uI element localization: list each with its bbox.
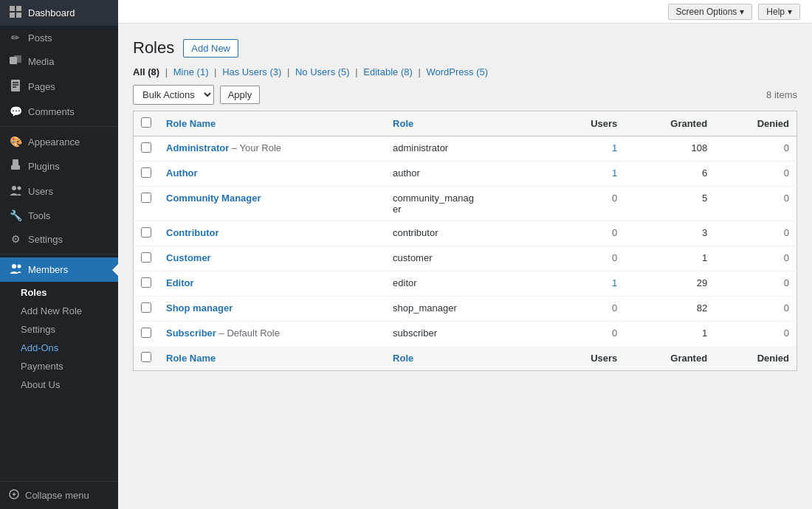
submenu-add-ons[interactable]: Add-Ons <box>0 339 118 357</box>
sidebar-item-pages[interactable]: Pages <box>0 74 118 100</box>
select-all-checkbox-footer[interactable] <box>141 352 151 362</box>
cell-role-name-shop_manager: Shop manager <box>159 297 385 322</box>
cell-users-editor: 1 <box>552 271 625 297</box>
role-name-suffix-subscriber: – Default Role <box>216 328 280 339</box>
cell-granted-subscriber: 1 <box>625 322 715 347</box>
cell-users-community_manager: 0 <box>552 187 625 221</box>
submenu-settings[interactable]: Settings <box>0 320 118 339</box>
posts-icon: ✏ <box>9 32 22 44</box>
cell-role-slug-contributor: contributor <box>385 221 552 246</box>
table-row: Shop managershop_manager0820 <box>134 297 797 322</box>
help-button[interactable]: Help ▾ <box>758 4 800 20</box>
sidebar-item-comments[interactable]: 💬 Comments <box>0 100 118 123</box>
role-name-link-customer[interactable]: Customer <box>166 252 211 263</box>
filter-mine[interactable]: Mine (1) <box>173 66 211 77</box>
cell-role-slug-editor: editor <box>385 271 552 297</box>
svg-point-15 <box>18 187 21 190</box>
filter-editable[interactable]: Editable (8) <box>363 66 415 77</box>
table-header-row: Role Name Role Users Granted Denied <box>134 111 797 136</box>
add-new-button[interactable]: Add New <box>183 39 238 58</box>
submenu-about-us[interactable]: About Us <box>0 375 118 394</box>
apply-button[interactable]: Apply <box>220 86 261 104</box>
row-checkbox-community_manager[interactable] <box>141 193 151 203</box>
role-name-link-shop_manager[interactable]: Shop manager <box>166 302 233 314</box>
topbar: Screen Options ▾ Help ▾ <box>118 0 812 24</box>
collapse-menu-button[interactable]: Collapse menu <box>0 481 118 509</box>
cell-role-name-contributor: Contributor <box>159 221 385 246</box>
sidebar-item-plugins[interactable]: Plugins <box>0 153 118 179</box>
cell-role-slug-community_manager: community_manager <box>385 187 552 221</box>
submenu-add-new-role[interactable]: Add New Role <box>0 302 118 320</box>
footer-users: Users <box>552 346 625 371</box>
bulk-actions-select[interactable]: Bulk Actions <box>133 85 214 105</box>
header-checkbox-col <box>134 111 159 136</box>
row-checkbox-contributor[interactable] <box>141 227 151 238</box>
sidebar-item-media[interactable]: Media <box>0 49 118 74</box>
users-link-administrator[interactable]: 1 <box>612 142 617 153</box>
row-checkbox-administrator[interactable] <box>141 142 151 153</box>
users-link-author[interactable]: 1 <box>612 167 617 179</box>
sidebar-item-posts[interactable]: ✏ Posts <box>0 26 118 49</box>
screen-options-button[interactable]: Screen Options ▾ <box>668 4 753 20</box>
role-name-link-administrator[interactable]: Administrator <box>166 142 229 153</box>
cell-role-name-administrator: Administrator – Your Role <box>159 136 385 162</box>
header-role[interactable]: Role <box>385 111 552 136</box>
cell-denied-customer: 0 <box>715 246 796 271</box>
footer-role-name[interactable]: Role Name <box>159 346 385 371</box>
role-name-link-author[interactable]: Author <box>166 167 198 179</box>
role-name-link-community_manager[interactable]: Community Manager <box>166 193 261 204</box>
sidebar-item-members[interactable]: Members <box>0 257 118 282</box>
filter-wordpress[interactable]: WordPress (5) <box>426 66 488 77</box>
row-checkbox-customer[interactable] <box>141 252 151 263</box>
tools-icon: 🔧 <box>9 210 22 221</box>
cell-denied-contributor: 0 <box>715 221 796 246</box>
row-checkbox-editor[interactable] <box>141 277 151 288</box>
users-link-editor[interactable]: 1 <box>612 277 617 288</box>
svg-rect-5 <box>14 55 21 63</box>
dashboard-icon <box>9 6 22 20</box>
sidebar-item-settings[interactable]: ⚙ Settings <box>0 227 118 251</box>
cell-denied-author: 0 <box>715 162 796 187</box>
role-name-link-contributor[interactable]: Contributor <box>166 227 219 238</box>
select-all-checkbox[interactable] <box>141 117 151 128</box>
cell-granted-contributor: 3 <box>625 221 715 246</box>
members-submenu: Roles Add New Role Settings Add-Ons Paym… <box>0 282 118 398</box>
footer-role[interactable]: Role <box>385 346 552 371</box>
appearance-icon: 🎨 <box>9 136 22 148</box>
svg-rect-3 <box>16 13 21 18</box>
users-icon <box>9 185 22 198</box>
role-name-link-subscriber[interactable]: Subscriber <box>166 328 216 339</box>
submenu-roles[interactable]: Roles <box>0 283 118 302</box>
header-role-name[interactable]: Role Name <box>159 111 385 136</box>
footer-granted: Granted <box>625 346 715 371</box>
sidebar-item-users[interactable]: Users <box>0 179 118 204</box>
svg-rect-1 <box>16 6 21 11</box>
row-checkbox-shop_manager[interactable] <box>141 302 151 313</box>
sidebar-item-tools[interactable]: 🔧 Tools <box>0 204 118 227</box>
filter-no-users[interactable]: No Users (5) <box>295 66 352 77</box>
role-name-link-editor[interactable]: Editor <box>166 277 194 288</box>
sidebar-item-label: Plugins <box>28 161 60 172</box>
sidebar-item-label: Users <box>28 186 53 197</box>
table-row: Administrator – Your Roleadministrator11… <box>134 136 797 162</box>
filter-has-users[interactable]: Has Users (3) <box>222 66 284 77</box>
cell-role-slug-administrator: administrator <box>385 136 552 162</box>
cell-users-subscriber: 0 <box>552 322 625 347</box>
footer-checkbox-col <box>134 346 159 371</box>
main-content: Screen Options ▾ Help ▾ Roles Add New Al… <box>118 0 812 509</box>
cell-denied-subscriber: 0 <box>715 322 796 347</box>
cell-role-slug-subscriber: subscriber <box>385 322 552 347</box>
row-checkbox-author[interactable] <box>141 167 151 178</box>
cell-granted-editor: 29 <box>625 271 715 297</box>
row-checkbox-subscriber[interactable] <box>141 328 151 338</box>
svg-rect-6 <box>11 80 20 91</box>
filter-all[interactable]: All (8) <box>133 66 162 77</box>
cell-role-slug-shop_manager: shop_manager <box>385 297 552 322</box>
sidebar-item-dashboard[interactable]: Dashboard <box>0 0 118 26</box>
sidebar-item-appearance[interactable]: 🎨 Appearance <box>0 130 118 153</box>
cell-role-name-subscriber: Subscriber – Default Role <box>159 322 385 347</box>
footer-denied: Denied <box>715 346 796 371</box>
cell-users-author: 1 <box>552 162 625 187</box>
actions-bar: Bulk Actions Apply 8 items <box>133 85 797 105</box>
submenu-payments[interactable]: Payments <box>0 357 118 375</box>
